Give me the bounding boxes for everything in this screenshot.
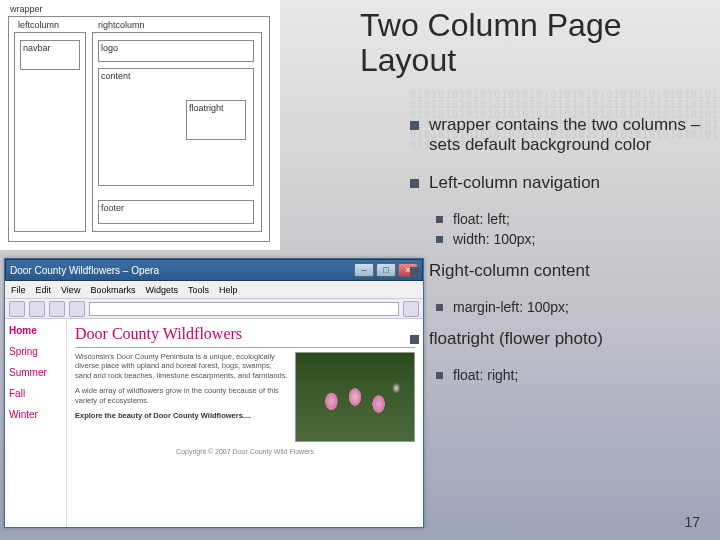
- box-floatright: floatright: [186, 100, 246, 140]
- bullet-floatright: floatright (flower photo): [410, 329, 705, 349]
- subbullet-float-right: float: right;: [436, 367, 705, 383]
- square-bullet-icon: [410, 179, 419, 188]
- square-bullet-icon: [436, 216, 443, 223]
- slide-title: Two Column Page Layout: [360, 8, 700, 78]
- bullet-wrapper: wrapper contains the two columns – sets …: [410, 115, 705, 155]
- reload-button[interactable]: [49, 301, 65, 317]
- page-content: Home Spring Summer Fall Winter Door Coun…: [5, 319, 423, 527]
- back-button[interactable]: [9, 301, 25, 317]
- label-logo: logo: [101, 43, 118, 53]
- site-heading: Door County Wildflowers: [75, 325, 415, 348]
- square-bullet-icon: [410, 335, 419, 344]
- nav-link[interactable]: Fall: [9, 388, 62, 399]
- label-floatright: floatright: [189, 103, 224, 113]
- wireframe-diagram: wrapper leftcolumn rightcolumn navbar lo…: [0, 0, 280, 250]
- nav-link[interactable]: Winter: [9, 409, 62, 420]
- menu-item[interactable]: Help: [219, 285, 238, 295]
- paragraph: Wisconsin's Door County Peninsula is a u…: [75, 352, 289, 380]
- bullet-text: wrapper contains the two columns – sets …: [429, 115, 705, 155]
- minimize-button[interactable]: –: [354, 263, 374, 277]
- box-logo: logo: [98, 40, 254, 62]
- copyright-text: Copyright © 2007 Door County Wild Flower…: [75, 448, 415, 455]
- nav-link[interactable]: Summer: [9, 367, 62, 378]
- label-footer: footer: [101, 203, 124, 213]
- label-wrapper: wrapper: [10, 4, 43, 14]
- label-navbar: navbar: [23, 43, 51, 53]
- address-bar: [5, 299, 423, 319]
- box-navbar: navbar: [20, 40, 80, 70]
- paragraph: A wide array of wildflowers grow in the …: [75, 386, 289, 405]
- subbullet-float-left: float: left;: [436, 211, 705, 227]
- square-bullet-icon: [436, 372, 443, 379]
- address-input[interactable]: [89, 302, 399, 316]
- home-button[interactable]: [69, 301, 85, 317]
- box-footer: footer: [98, 200, 254, 224]
- bullet-text: Left-column navigation: [429, 173, 600, 193]
- window-title: Door County Wildflowers – Opera: [10, 265, 159, 276]
- label-leftcolumn: leftcolumn: [18, 20, 59, 30]
- flower-photo: [295, 352, 415, 442]
- square-bullet-icon: [410, 267, 419, 276]
- menu-item[interactable]: Bookmarks: [90, 285, 135, 295]
- label-rightcolumn: rightcolumn: [98, 20, 145, 30]
- bullet-text: floatright (flower photo): [429, 329, 603, 349]
- menu-item[interactable]: Edit: [36, 285, 52, 295]
- right-column: Door County Wildflowers Wisconsin's Door…: [67, 319, 423, 527]
- square-bullet-icon: [410, 121, 419, 130]
- square-bullet-icon: [436, 236, 443, 243]
- subbullet-text: width: 100px;: [453, 231, 536, 247]
- bullet-list: wrapper contains the two columns – sets …: [410, 115, 705, 387]
- label-content: content: [101, 71, 131, 81]
- menu-item[interactable]: Widgets: [145, 285, 178, 295]
- nav-link[interactable]: Spring: [9, 346, 62, 357]
- menu-item[interactable]: Tools: [188, 285, 209, 295]
- window-titlebar: Door County Wildflowers – Opera – □ ×: [5, 259, 423, 281]
- browser-menubar: File Edit View Bookmarks Widgets Tools H…: [5, 281, 423, 299]
- subbullet-text: margin-left: 100px;: [453, 299, 569, 315]
- subbullet-text: float: right;: [453, 367, 518, 383]
- menu-item[interactable]: View: [61, 285, 80, 295]
- subbullet-margin-left: margin-left: 100px;: [436, 299, 705, 315]
- bullet-leftcol: Left-column navigation: [410, 173, 705, 193]
- nav-link[interactable]: Home: [9, 325, 62, 336]
- left-navigation: Home Spring Summer Fall Winter: [5, 319, 67, 527]
- bullet-text: Right-column content: [429, 261, 590, 281]
- square-bullet-icon: [436, 304, 443, 311]
- body-text: Wisconsin's Door County Peninsula is a u…: [75, 352, 289, 442]
- forward-button[interactable]: [29, 301, 45, 317]
- menu-item[interactable]: File: [11, 285, 26, 295]
- page-number: 17: [684, 514, 700, 530]
- browser-window: Door County Wildflowers – Opera – □ × Fi…: [4, 258, 424, 528]
- bullet-rightcol: Right-column content: [410, 261, 705, 281]
- maximize-button[interactable]: □: [376, 263, 396, 277]
- subbullet-text: float: left;: [453, 211, 510, 227]
- subbullet-width: width: 100px;: [436, 231, 705, 247]
- paragraph: Explore the beauty of Door County Wildfl…: [75, 411, 289, 420]
